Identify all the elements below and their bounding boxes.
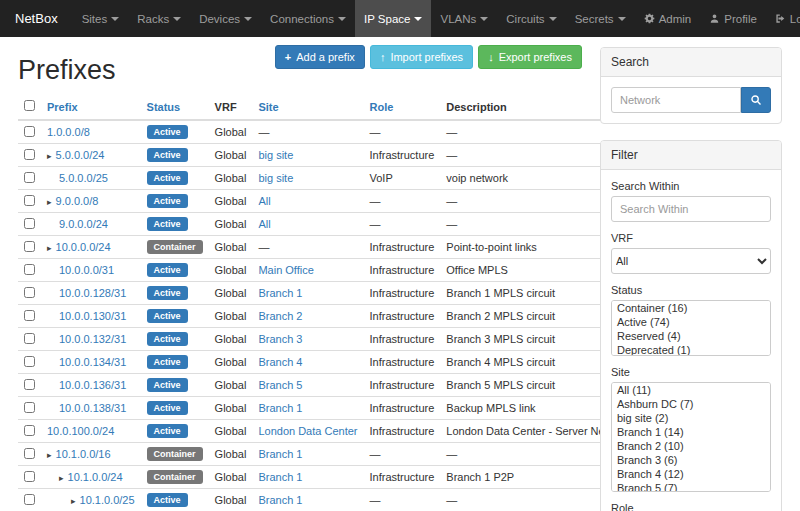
- prefix-link[interactable]: 10.0.0.130/31: [59, 310, 126, 322]
- row-checkbox[interactable]: [24, 333, 35, 344]
- column-header-prefix[interactable]: Prefix: [41, 94, 141, 120]
- expand-icon[interactable]: ▸: [47, 197, 52, 207]
- filter-option[interactable]: Branch 2 (10): [612, 439, 770, 453]
- expand-icon[interactable]: ▸: [71, 496, 76, 506]
- prefix-link[interactable]: 5.0.0.0/25: [59, 172, 108, 184]
- site-link[interactable]: All: [258, 195, 270, 207]
- row-checkbox[interactable]: [24, 149, 35, 160]
- site-link[interactable]: Branch 1: [258, 471, 302, 483]
- site-link[interactable]: Branch 3: [258, 333, 302, 345]
- prefix-link[interactable]: 10.0.100.0/24: [47, 425, 114, 437]
- site-link[interactable]: London Data Center: [258, 425, 357, 437]
- site-link[interactable]: Branch 5: [258, 379, 302, 391]
- column-header-status[interactable]: Status: [141, 94, 209, 120]
- site-link[interactable]: big site: [258, 149, 293, 161]
- page-title: Prefixes: [18, 55, 116, 86]
- navbar-brand[interactable]: NetBox: [0, 0, 73, 37]
- site-link[interactable]: Branch 1: [258, 287, 302, 299]
- role-value: Infrastructure: [369, 287, 434, 299]
- prefix-link[interactable]: 9.0.0.0/8: [56, 195, 99, 207]
- prefix-link[interactable]: 10.1.0.0/24: [68, 471, 123, 483]
- site-filter-select[interactable]: All (11)Ashburn DC (7)big site (2)Branch…: [611, 382, 771, 492]
- prefix-link[interactable]: 10.1.0.0/16: [56, 448, 111, 460]
- nav-item-racks[interactable]: Racks: [128, 0, 190, 37]
- row-checkbox[interactable]: [24, 379, 35, 390]
- row-checkbox[interactable]: [24, 356, 35, 367]
- nav-item-log-out[interactable]: Log out: [766, 0, 800, 37]
- row-checkbox[interactable]: [24, 471, 35, 482]
- site-link[interactable]: Branch 4: [258, 356, 302, 368]
- description-value: Branch 4 MPLS circuit: [446, 356, 555, 368]
- add-prefix-button[interactable]: + Add a prefix: [275, 45, 365, 69]
- filter-option[interactable]: Ashburn DC (7): [612, 397, 770, 411]
- nav-item-profile[interactable]: Profile: [700, 0, 766, 37]
- prefix-link[interactable]: 10.0.0.0/24: [56, 241, 111, 253]
- prefix-link[interactable]: 1.0.0.0/8: [47, 126, 90, 138]
- row-checkbox[interactable]: [24, 172, 35, 183]
- status-filter-select[interactable]: Container (16)Active (74)Reserved (4)Dep…: [611, 300, 771, 356]
- row-checkbox[interactable]: [24, 264, 35, 275]
- export-prefixes-button[interactable]: ↓ Export prefixes: [478, 45, 582, 69]
- prefix-link[interactable]: 10.0.0.136/31: [59, 379, 126, 391]
- row-checkbox[interactable]: [24, 402, 35, 413]
- filter-option[interactable]: Branch 4 (12): [612, 467, 770, 481]
- table-row: 5.0.0.0/25ActiveGlobalbig siteVoIPvoip n…: [18, 167, 637, 190]
- site-link[interactable]: big site: [258, 172, 293, 184]
- column-header-site[interactable]: Site: [252, 94, 363, 120]
- row-checkbox[interactable]: [24, 241, 35, 252]
- prefix-link[interactable]: 10.0.0.138/31: [59, 402, 126, 414]
- site-link[interactable]: Main Office: [258, 264, 313, 276]
- expand-icon[interactable]: ▸: [47, 450, 52, 460]
- nav-item-sites[interactable]: Sites: [73, 0, 129, 37]
- search-button[interactable]: [741, 87, 771, 113]
- expand-icon[interactable]: ▸: [47, 243, 52, 253]
- prefix-link[interactable]: 10.0.0.132/31: [59, 333, 126, 345]
- prefix-link[interactable]: 5.0.0.0/24: [56, 149, 105, 161]
- filter-option[interactable]: Container (16): [612, 301, 770, 315]
- prefix-link[interactable]: 10.0.0.0/31: [59, 264, 114, 276]
- nav-item-vlans[interactable]: VLANs: [431, 0, 497, 37]
- prefix-link[interactable]: 10.0.0.128/31: [59, 287, 126, 299]
- vrf-select[interactable]: All: [611, 248, 771, 274]
- nav-item-ip-space[interactable]: IP Space: [355, 0, 431, 37]
- site-link[interactable]: Branch 1: [258, 448, 302, 460]
- nav-item-devices[interactable]: Devices: [190, 0, 261, 37]
- nav-item-connections[interactable]: Connections: [261, 0, 355, 37]
- row-checkbox[interactable]: [24, 126, 35, 137]
- row-checkbox[interactable]: [24, 195, 35, 206]
- filter-option[interactable]: Branch 1 (14): [612, 425, 770, 439]
- row-checkbox[interactable]: [24, 494, 35, 505]
- expand-icon[interactable]: ▸: [59, 473, 64, 483]
- prefix-link[interactable]: 10.0.0.134/31: [59, 356, 126, 368]
- nav-item-admin[interactable]: Admin: [635, 0, 701, 37]
- filter-option[interactable]: Reserved (4): [612, 329, 770, 343]
- row-checkbox[interactable]: [24, 287, 35, 298]
- site-link[interactable]: All: [258, 218, 270, 230]
- prefix-link[interactable]: 10.1.0.0/25: [80, 494, 135, 506]
- row-checkbox[interactable]: [24, 425, 35, 436]
- search-input[interactable]: [611, 87, 741, 113]
- import-prefixes-button[interactable]: ↑ Import prefixes: [370, 45, 473, 69]
- filter-option[interactable]: Branch 5 (7): [612, 481, 770, 492]
- row-checkbox[interactable]: [24, 310, 35, 321]
- filter-option[interactable]: Branch 3 (6): [612, 453, 770, 467]
- select-all-checkbox[interactable]: [24, 100, 35, 111]
- expand-icon[interactable]: ▸: [47, 151, 52, 161]
- search-within-input[interactable]: [611, 196, 771, 222]
- filter-option[interactable]: Deprecated (1): [612, 343, 770, 356]
- nav-item-circuits[interactable]: Circuits: [497, 0, 565, 37]
- chevron-down-icon: [618, 17, 626, 21]
- filter-option[interactable]: big site (2): [612, 411, 770, 425]
- filter-option[interactable]: Active (74): [612, 315, 770, 329]
- site-link[interactable]: Branch 1: [258, 402, 302, 414]
- row-checkbox[interactable]: [24, 218, 35, 229]
- nav-item-secrets[interactable]: Secrets: [566, 0, 635, 37]
- site-link[interactable]: Branch 2: [258, 310, 302, 322]
- prefix-link[interactable]: 9.0.0.0/24: [59, 218, 108, 230]
- site-link[interactable]: Branch 1: [258, 494, 302, 506]
- row-checkbox[interactable]: [24, 448, 35, 459]
- filter-option[interactable]: All (11): [612, 383, 770, 397]
- column-header-role[interactable]: Role: [363, 94, 440, 120]
- description-value: —: [446, 126, 457, 138]
- import-prefixes-label: Import prefixes: [390, 51, 463, 63]
